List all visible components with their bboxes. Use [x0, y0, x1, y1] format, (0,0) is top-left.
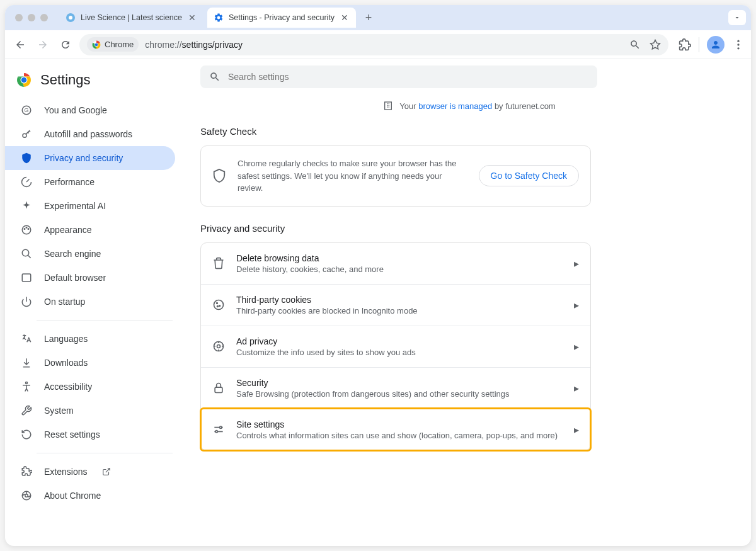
svg-point-17	[26, 227, 27, 229]
chevron-right-icon: ▸	[574, 382, 579, 394]
sidebar-item-autofill[interactable]: Autofill and passwords	[5, 122, 175, 146]
sidebar-item-you-google[interactable]: GYou and Google	[5, 98, 175, 122]
maximize-window[interactable]	[40, 14, 48, 21]
tab-list-dropdown[interactable]	[728, 10, 746, 25]
close-icon[interactable]: ✕	[187, 13, 197, 23]
close-icon[interactable]: ✕	[340, 13, 350, 23]
sidebar-item-languages[interactable]: Languages	[5, 327, 175, 351]
chevron-right-icon: ▸	[574, 299, 579, 311]
sidebar-item-reset[interactable]: Reset settings	[5, 423, 175, 446]
browser-icon	[20, 272, 33, 283]
sidebar-item-about[interactable]: About Chrome	[5, 484, 175, 508]
svg-point-21	[26, 382, 28, 384]
svg-point-11	[21, 77, 27, 83]
svg-rect-24	[385, 102, 392, 110]
divider	[37, 320, 173, 321]
external-link-icon	[102, 467, 111, 476]
svg-point-7	[737, 43, 739, 45]
building-icon	[383, 101, 393, 111]
close-window[interactable]	[15, 14, 23, 21]
sidebar-item-ai[interactable]: Experimental AI	[5, 194, 175, 218]
trash-icon	[212, 257, 225, 270]
browser-tab-active[interactable]: Settings - Privacy and security ✕	[207, 8, 356, 28]
privacy-settings-card: Delete browsing dataDelete history, cook…	[200, 242, 591, 451]
safety-check-button[interactable]: Go to Safety Check	[479, 165, 579, 186]
chevron-right-icon: ▸	[574, 258, 579, 270]
chrome-icon	[20, 490, 33, 501]
svg-point-30	[217, 345, 220, 348]
sidebar-item-default-browser[interactable]: Default browser	[5, 266, 175, 290]
bookmark-icon[interactable]	[650, 39, 661, 50]
back-button[interactable]	[11, 36, 29, 54]
ad-icon	[212, 340, 225, 353]
sliders-icon	[212, 423, 225, 436]
settings-header: Settings	[5, 69, 188, 98]
main-content: Your browser is managed by futurenet.com…	[188, 59, 751, 546]
row-site-settings[interactable]: Site settingsControls what information s…	[201, 409, 590, 450]
minimize-window[interactable]	[28, 14, 35, 21]
managed-notice: Your browser is managed by futurenet.com	[200, 101, 738, 111]
gear-icon	[214, 13, 224, 23]
palette-icon	[20, 224, 33, 236]
managed-link[interactable]: browser is managed	[418, 101, 492, 111]
browser-tab[interactable]: Live Science | Latest science ✕	[59, 8, 203, 28]
svg-point-26	[217, 303, 218, 304]
translate-icon	[20, 333, 33, 344]
profile-avatar[interactable]	[707, 36, 724, 54]
window-controls	[15, 14, 48, 21]
sidebar-item-extensions[interactable]: Extensions	[5, 460, 175, 484]
svg-point-23	[25, 494, 28, 497]
shield-icon	[212, 169, 226, 183]
reset-icon	[20, 429, 33, 440]
svg-text:G: G	[24, 107, 28, 113]
search-icon[interactable]	[629, 39, 641, 50]
forward-button[interactable]	[34, 36, 52, 54]
svg-point-33	[215, 431, 217, 433]
sidebar-item-performance[interactable]: Performance	[5, 170, 175, 194]
extensions-icon[interactable]	[679, 38, 691, 51]
safety-check-card: Chrome regularly checks to make sure you…	[200, 145, 591, 207]
sidebar-item-privacy[interactable]: Privacy and security	[5, 146, 175, 170]
search-icon	[209, 71, 220, 82]
tab-favicon-icon	[66, 13, 76, 23]
svg-point-32	[220, 426, 222, 428]
page-title: Settings	[40, 72, 91, 88]
key-icon	[20, 128, 33, 140]
svg-point-8	[737, 47, 739, 49]
row-third-party-cookies[interactable]: Third-party cookiesThird-party cookies a…	[201, 284, 590, 326]
wrench-icon	[20, 405, 33, 416]
sidebar-item-accessibility[interactable]: Accessibility	[5, 375, 175, 399]
browser-toolbar: Chrome chrome://settings/privacy	[5, 30, 751, 59]
sidebar-item-downloads[interactable]: Downloads	[5, 351, 175, 375]
tab-title: Settings - Privacy and security	[229, 13, 335, 22]
site-chip[interactable]: Chrome	[87, 37, 139, 52]
puzzle-icon	[20, 466, 33, 477]
svg-rect-31	[215, 387, 222, 392]
divider	[699, 37, 699, 52]
sidebar-item-system[interactable]: System	[5, 399, 175, 423]
sidebar-item-startup[interactable]: On startup	[5, 290, 175, 314]
row-security[interactable]: SecuritySafe Browsing (protection from d…	[201, 367, 590, 409]
reload-button[interactable]	[57, 36, 74, 54]
search-field[interactable]	[228, 72, 588, 82]
sidebar-item-appearance[interactable]: Appearance	[5, 218, 175, 242]
search-settings-input[interactable]	[200, 65, 597, 88]
svg-point-19	[22, 249, 29, 256]
chevron-right-icon: ▸	[574, 341, 579, 353]
svg-point-27	[219, 305, 220, 307]
row-ad-privacy[interactable]: Ad privacyCustomize the info used by sit…	[201, 326, 590, 367]
shield-icon	[20, 152, 33, 164]
url-text: chrome://settings/privacy	[145, 40, 243, 50]
menu-icon[interactable]	[732, 38, 745, 51]
new-tab-button[interactable]: +	[360, 9, 377, 26]
cookie-icon	[212, 298, 225, 311]
section-heading-safety: Safety Check	[200, 126, 738, 137]
svg-point-5	[95, 43, 98, 46]
row-delete-browsing-data[interactable]: Delete browsing dataDelete history, cook…	[201, 243, 590, 284]
section-heading-privacy: Privacy and security	[200, 223, 738, 234]
address-bar[interactable]: Chrome chrome://settings/privacy	[79, 34, 668, 55]
sidebar-item-search[interactable]: Search engine	[5, 242, 175, 266]
accessibility-icon	[20, 381, 33, 392]
power-icon	[20, 296, 33, 307]
chrome-logo-icon	[16, 72, 32, 88]
